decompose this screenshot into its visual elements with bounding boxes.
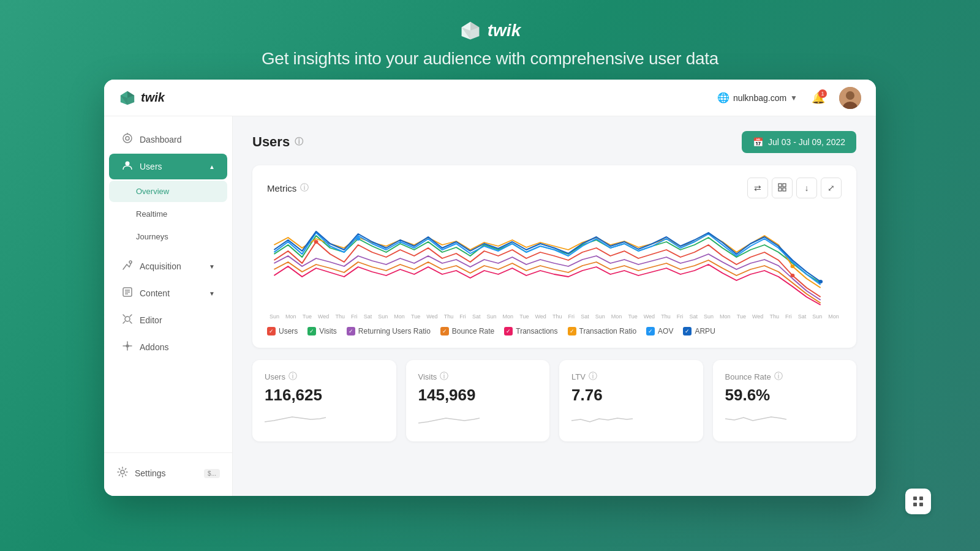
page-title-info-icon[interactable]: ⓘ	[295, 137, 303, 148]
domain-selector[interactable]: 🌐 nulknbag.com ▼	[717, 92, 797, 103]
legend-transaction-ratio-label: Transaction Ratio	[579, 327, 637, 335]
sidebar-item-journeys[interactable]: Journeys	[109, 226, 227, 247]
acquisition-chevron-icon: ▼	[209, 263, 215, 270]
legend-arpu[interactable]: ✓ ARPU	[683, 327, 715, 335]
download-button[interactable]: ↓	[796, 178, 817, 198]
chart-x-labels: Sun Mon Tue Wed Thu Fri Sat Sun Mon Tue …	[267, 313, 842, 320]
stat-card-bounce: Bounce Rate ⓘ 59.6%	[713, 360, 857, 441]
svg-point-9	[846, 91, 854, 100]
legend-arpu-check: ✓	[683, 327, 692, 335]
stat-card-visits: Visits ⓘ 145,969	[406, 360, 550, 441]
svg-point-31	[818, 280, 823, 283]
legend-transactions[interactable]: ✓ Transactions	[504, 327, 557, 335]
notification-badge: 1	[818, 89, 827, 98]
legend-bounce-check: ✓	[440, 327, 449, 335]
swap-icon: ⇄	[754, 183, 761, 193]
stats-row: Users ⓘ 116,625 Visits ⓘ 145,969	[252, 360, 856, 441]
legend-returning-label: Returning Users Ratio	[358, 327, 431, 335]
acquisition-icon	[121, 260, 134, 273]
stat-ltv-label: LTV ⓘ	[571, 371, 691, 382]
stat-bounce-value: 59.6%	[725, 386, 845, 405]
settings-icon	[116, 467, 129, 480]
svg-rect-25	[778, 188, 782, 191]
app-header: twik 🌐 nulknbag.com ▼ 🔔 1	[104, 80, 876, 116]
legend-arpu-label: ARPU	[695, 327, 715, 335]
chart-legend: ✓ Users ✓ Visits ✓ Returning Users Ratio	[267, 327, 842, 335]
app-brand-name: twik	[141, 91, 165, 105]
table-view-button[interactable]	[772, 178, 793, 198]
sidebar-item-realtime[interactable]: Realtime	[109, 203, 227, 225]
sidebar-item-editor[interactable]: Editor	[109, 307, 227, 333]
chevron-down-icon: ▼	[790, 94, 797, 102]
date-range-label: Jul 03 - Jul 09, 2022	[768, 137, 845, 147]
sidebar: Dashboard Users ▲ Overview Realtime Jour…	[104, 116, 233, 496]
app-header-right: 🌐 nulknbag.com ▼ 🔔 1	[717, 87, 861, 109]
legend-users[interactable]: ✓ Users	[267, 327, 298, 335]
sidebar-item-overview[interactable]: Overview	[109, 181, 227, 202]
legend-bounce-label: Bounce Rate	[452, 327, 494, 335]
addons-icon	[121, 340, 134, 354]
users-chevron-icon: ▲	[209, 163, 215, 170]
svg-point-11	[123, 134, 132, 143]
sidebar-acquisition-label: Acquisition	[140, 261, 203, 271]
globe-icon: 🌐	[717, 92, 729, 103]
sidebar-item-content[interactable]: Content ▼	[109, 280, 227, 306]
settings-badge: $...	[204, 469, 220, 478]
svg-rect-24	[783, 184, 786, 187]
stat-visits-label: Visits ⓘ	[418, 371, 538, 382]
sidebar-item-acquisition[interactable]: Acquisition ▼	[109, 253, 227, 279]
content-wrapper: Users ⓘ 📅 Jul 03 - Jul 09, 2022 Metrics …	[252, 131, 856, 441]
metrics-info-icon[interactable]: ⓘ	[300, 182, 309, 193]
sidebar-item-users[interactable]: Users ▲	[109, 154, 227, 179]
expand-button[interactable]: ⤢	[821, 178, 842, 198]
legend-transaction-ratio[interactable]: ✓ Transaction Ratio	[568, 327, 637, 335]
notification-button[interactable]: 🔔 1	[807, 87, 829, 109]
legend-returning[interactable]: ✓ Returning Users Ratio	[347, 327, 431, 335]
calendar-icon: 📅	[753, 137, 763, 147]
legend-visits[interactable]: ✓ Visits	[307, 327, 336, 335]
app-header-logo: twik	[119, 89, 165, 107]
sidebar-editor-label: Editor	[140, 315, 215, 325]
users-icon	[121, 160, 134, 173]
metrics-card: Metrics ⓘ ⇄	[252, 165, 856, 348]
stat-ltv-sparkline	[571, 410, 633, 428]
stat-bounce-label: Bounce Rate ⓘ	[725, 371, 845, 382]
svg-point-27	[314, 240, 318, 244]
stat-ltv-info-icon[interactable]: ⓘ	[589, 371, 597, 382]
stat-visits-sparkline	[418, 410, 480, 428]
stat-bounce-info-icon[interactable]: ⓘ	[774, 371, 783, 382]
stat-users-info-icon[interactable]: ⓘ	[288, 371, 297, 382]
legend-users-label: Users	[279, 327, 298, 335]
legend-bounce[interactable]: ✓ Bounce Rate	[440, 327, 494, 335]
sidebar-item-addons[interactable]: Addons	[109, 334, 227, 360]
swap-view-button[interactable]: ⇄	[747, 178, 768, 198]
legend-users-check: ✓	[267, 327, 276, 335]
svg-rect-26	[783, 188, 786, 191]
stat-users-label: Users ⓘ	[265, 371, 384, 382]
legend-aov-check: ✓	[646, 327, 655, 335]
content-icon	[121, 287, 134, 300]
app-logo-icon	[119, 89, 136, 107]
editor-icon	[121, 313, 134, 327]
stat-visits-info-icon[interactable]: ⓘ	[440, 371, 448, 382]
sidebar-item-dashboard[interactable]: Dashboard	[109, 127, 227, 152]
date-range-button[interactable]: 📅 Jul 03 - Jul 09, 2022	[742, 131, 856, 153]
expand-icon: ⤢	[827, 183, 835, 193]
legend-aov[interactable]: ✓ AOV	[646, 327, 673, 335]
stat-card-users: Users ⓘ 116,625	[252, 360, 396, 441]
legend-visits-check: ✓	[307, 327, 316, 335]
legend-returning-check: ✓	[347, 327, 355, 335]
metrics-title: Metrics ⓘ	[267, 182, 309, 193]
legend-transaction-ratio-check: ✓	[568, 327, 576, 335]
page-header: Users ⓘ 📅 Jul 03 - Jul 09, 2022	[252, 131, 856, 153]
domain-label: nulknbag.com	[733, 93, 786, 103]
top-tagline: Get insights into your audience with com…	[262, 49, 718, 69]
top-brand-name: twik	[488, 21, 521, 40]
stat-users-value: 116,625	[265, 386, 384, 405]
page-title-row: Users ⓘ	[252, 134, 303, 150]
svg-point-14	[126, 162, 130, 166]
user-avatar[interactable]	[839, 87, 861, 109]
sidebar-item-settings[interactable]: Settings $...	[104, 460, 232, 486]
sidebar-overview-label: Overview	[136, 187, 215, 196]
svg-point-20	[125, 317, 130, 321]
